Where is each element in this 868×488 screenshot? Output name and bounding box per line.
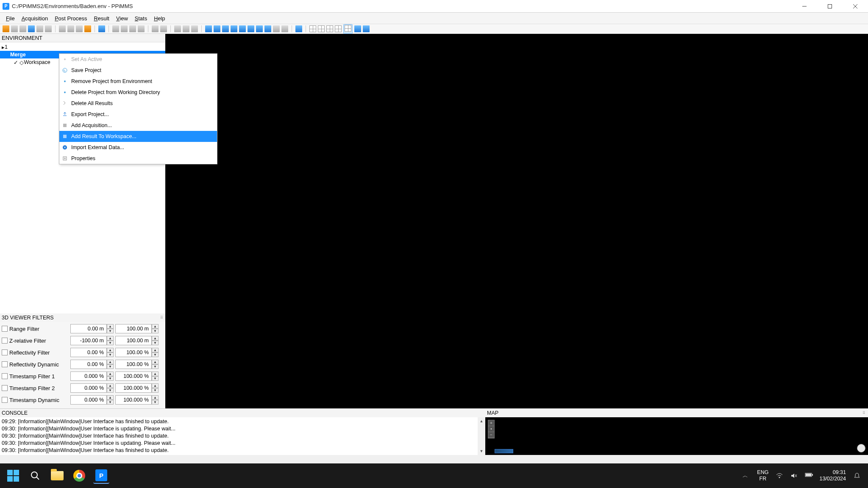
filter-spinbox[interactable]: ▲▼ bbox=[70, 336, 114, 345]
filter-value-input[interactable] bbox=[115, 336, 152, 345]
map-zoom-controls[interactable]: +•− bbox=[488, 420, 495, 438]
spin-down-button[interactable]: ▼ bbox=[152, 352, 159, 357]
wifi-icon[interactable] bbox=[776, 472, 783, 479]
context-menu-item[interactable]: Add Acquisition... bbox=[59, 120, 217, 131]
filter-checkbox[interactable] bbox=[2, 326, 8, 332]
filter-checkbox[interactable] bbox=[2, 361, 8, 367]
spin-up-button[interactable]: ▲ bbox=[152, 324, 159, 329]
spin-down-button[interactable]: ▼ bbox=[107, 400, 114, 405]
menu-help[interactable]: Help bbox=[150, 14, 168, 23]
toolbar-icon[interactable] bbox=[354, 25, 361, 32]
start-button[interactable] bbox=[5, 468, 21, 484]
filter-spinbox[interactable]: ▲▼ bbox=[70, 324, 114, 333]
filter-value-input[interactable] bbox=[70, 395, 107, 405]
toolbar-icon[interactable] bbox=[183, 25, 189, 32]
filter-spinbox[interactable]: ▲▼ bbox=[115, 348, 159, 357]
menu-post-process[interactable]: Post Process bbox=[51, 14, 90, 23]
toolbar-icon[interactable] bbox=[59, 25, 66, 32]
toolbar-icon[interactable] bbox=[36, 25, 43, 32]
map-compass-icon[interactable] bbox=[857, 444, 865, 452]
toolbar-icon[interactable] bbox=[11, 25, 18, 32]
filter-spinbox[interactable]: ▲▼ bbox=[70, 383, 114, 393]
filter-spinbox[interactable]: ▲▼ bbox=[115, 324, 159, 333]
spin-up-button[interactable]: ▲ bbox=[107, 348, 114, 352]
toolbar-icon[interactable] bbox=[174, 25, 181, 32]
toolbar-icon[interactable] bbox=[98, 25, 105, 32]
spin-down-button[interactable]: ▼ bbox=[107, 352, 114, 357]
map-view[interactable]: +•− bbox=[485, 417, 868, 455]
toolbar-icon[interactable] bbox=[281, 25, 288, 32]
spin-up-button[interactable]: ▲ bbox=[152, 336, 159, 341]
filter-spinbox[interactable]: ▲▼ bbox=[70, 395, 114, 405]
search-button[interactable] bbox=[27, 468, 43, 484]
toolbar-icon[interactable] bbox=[335, 25, 342, 32]
spin-up-button[interactable]: ▲ bbox=[152, 360, 159, 364]
toolbar-icon[interactable] bbox=[84, 25, 91, 32]
toolbar-icon[interactable] bbox=[231, 25, 237, 32]
context-menu-item[interactable]: Export Project... bbox=[59, 109, 217, 120]
filter-value-input[interactable] bbox=[70, 336, 107, 345]
filter-value-input[interactable] bbox=[115, 395, 152, 405]
spin-down-button[interactable]: ▼ bbox=[152, 400, 159, 405]
toolbar-icon[interactable] bbox=[264, 25, 271, 32]
file-explorer-button[interactable] bbox=[49, 468, 65, 484]
filter-spinbox[interactable]: ▲▼ bbox=[70, 372, 114, 381]
filter-checkbox[interactable] bbox=[2, 349, 8, 355]
spin-down-button[interactable]: ▼ bbox=[107, 388, 114, 393]
tree-item[interactable]: ▸ 1 bbox=[0, 43, 165, 51]
context-menu-item[interactable]: Import External Data... bbox=[59, 142, 217, 153]
tray-chevron-icon[interactable]: ︿ bbox=[743, 472, 749, 479]
close-button[interactable] bbox=[843, 0, 868, 12]
context-menu-item[interactable]: Add Result To Workspace... bbox=[59, 131, 217, 142]
menu-stats[interactable]: Stats bbox=[131, 14, 150, 23]
volume-icon[interactable] bbox=[790, 472, 797, 479]
toolbar-icon[interactable] bbox=[256, 25, 263, 32]
toolbar-icon[interactable] bbox=[295, 25, 302, 32]
filter-spinbox[interactable]: ▲▼ bbox=[70, 348, 114, 357]
filter-spinbox[interactable]: ▲▼ bbox=[115, 395, 159, 405]
menu-result[interactable]: Result bbox=[90, 14, 113, 23]
ppimms-button[interactable]: P bbox=[93, 468, 109, 484]
toolbar-icon[interactable] bbox=[214, 25, 220, 32]
toolbar-icon[interactable] bbox=[191, 25, 198, 32]
spin-down-button[interactable]: ▼ bbox=[107, 341, 114, 345]
notifications-icon[interactable] bbox=[854, 472, 860, 479]
spin-up-button[interactable]: ▲ bbox=[107, 372, 114, 376]
filter-checkbox[interactable] bbox=[2, 385, 8, 391]
filter-value-input[interactable] bbox=[70, 383, 107, 393]
toolbar-icon[interactable] bbox=[160, 25, 167, 32]
toolbar-icon[interactable] bbox=[239, 25, 246, 32]
language-indicator[interactable]: ENGFR bbox=[757, 469, 768, 482]
minimize-button[interactable] bbox=[792, 0, 817, 12]
toolbar-icon[interactable] bbox=[205, 25, 212, 32]
spin-down-button[interactable]: ▼ bbox=[152, 364, 159, 369]
spin-up-button[interactable]: ▲ bbox=[152, 383, 159, 388]
spin-up-button[interactable]: ▲ bbox=[107, 360, 114, 364]
toolbar-icon-active[interactable] bbox=[343, 24, 353, 34]
toolbar-icon[interactable] bbox=[45, 25, 52, 32]
menu-file[interactable]: File bbox=[3, 14, 18, 23]
toolbar-icon[interactable] bbox=[19, 25, 26, 32]
filter-value-input[interactable] bbox=[70, 348, 107, 357]
context-menu-item[interactable]: Save Project bbox=[59, 65, 217, 76]
menu-view[interactable]: View bbox=[113, 14, 131, 23]
maximize-button[interactable] bbox=[817, 0, 843, 12]
spin-down-button[interactable]: ▼ bbox=[107, 329, 114, 333]
context-menu-item[interactable]: Delete Project from Working Directory bbox=[59, 87, 217, 98]
toolbar-icon[interactable] bbox=[222, 25, 229, 32]
filter-value-input[interactable] bbox=[115, 372, 152, 381]
filter-spinbox[interactable]: ▲▼ bbox=[115, 360, 159, 369]
filter-value-input[interactable] bbox=[70, 324, 107, 333]
toolbar-icon[interactable] bbox=[318, 25, 325, 32]
toolbar-icon[interactable] bbox=[152, 25, 159, 32]
spin-down-button[interactable]: ▼ bbox=[152, 329, 159, 333]
spin-down-button[interactable]: ▼ bbox=[107, 376, 114, 381]
spin-up-button[interactable]: ▲ bbox=[152, 372, 159, 376]
clock[interactable]: 09:3113/02/2024 bbox=[819, 469, 846, 482]
battery-icon[interactable] bbox=[805, 472, 812, 479]
toolbar-icon[interactable] bbox=[67, 25, 74, 32]
toolbar-icon[interactable] bbox=[248, 25, 254, 32]
spin-up-button[interactable]: ▲ bbox=[107, 395, 114, 400]
filter-checkbox[interactable] bbox=[2, 373, 8, 379]
toolbar-icon[interactable] bbox=[326, 25, 333, 32]
